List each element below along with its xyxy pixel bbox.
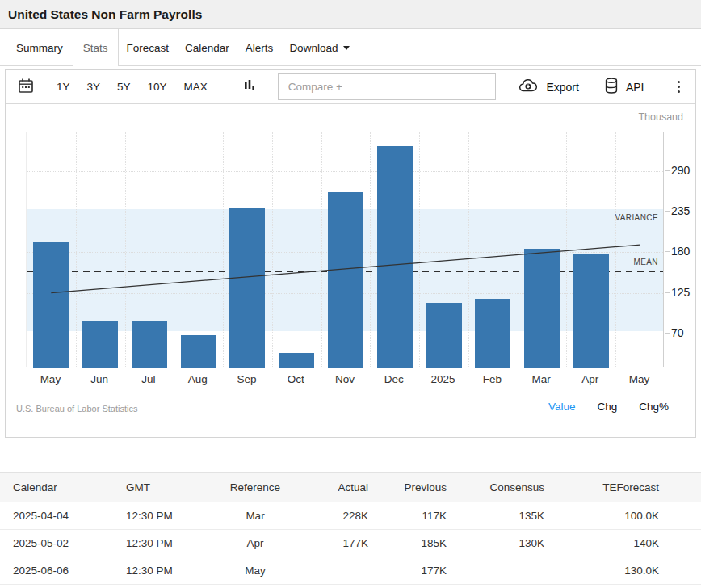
api-button[interactable]: API xyxy=(603,77,644,97)
variance-label: VARIANCE xyxy=(615,213,658,222)
cell-actual: 228K xyxy=(288,502,368,530)
tab-stats[interactable]: Stats xyxy=(73,29,119,66)
cell-gmt: 12:30 PM xyxy=(126,557,223,585)
y-axis-label: 235 xyxy=(671,204,690,217)
table-row: 2025-05-0212:30 PMApr177K185K130K140K xyxy=(0,530,701,557)
chart-panel: 1Y3Y5Y10YMAX Export xyxy=(5,69,696,438)
api-label: API xyxy=(626,81,644,94)
cell-calendar: 2025-04-04 xyxy=(0,502,126,530)
range-1y[interactable]: 1Y xyxy=(57,81,70,93)
axis-unit-label: Thousand xyxy=(638,111,683,123)
chart-area: Thousand VARIANCEMEAN U.S. Bureau of Lab… xyxy=(6,104,695,437)
cell-calendar: 2025-05-02 xyxy=(0,530,126,557)
tab-download[interactable]: Download xyxy=(281,29,358,66)
cell-gmt: 12:30 PM xyxy=(126,502,223,530)
tab-bar: SummaryStatsForecastCalendarAlertsDownlo… xyxy=(0,29,701,66)
x-axis-label: Dec xyxy=(369,373,418,385)
cell-teforecast: 100.0K xyxy=(544,502,701,530)
cloud-download-icon xyxy=(518,78,539,96)
range-buttons: 1Y3Y5Y10YMAX xyxy=(57,81,208,93)
column-header-teforecast: TEForecast xyxy=(544,472,701,502)
x-axis-label: May xyxy=(615,373,664,385)
page-title: United States Non Farm Payrolls xyxy=(8,7,202,22)
source-attribution: U.S. Bureau of Labor Statistics xyxy=(16,404,137,414)
table-row: 2025-06-0612:30 PMMay177K130.0K xyxy=(0,557,701,585)
kebab-dot xyxy=(678,90,681,94)
display-mode-switcher: ValueChgChg% xyxy=(548,401,669,413)
tab-label: Stats xyxy=(83,42,108,54)
compare-input[interactable] xyxy=(278,74,496,100)
y-axis-tick xyxy=(665,211,670,212)
kebab-dot xyxy=(678,81,681,84)
plot-area: VARIANCEMEAN xyxy=(26,132,664,368)
chart-type-button[interactable] xyxy=(243,78,256,95)
x-axis-label: Aug xyxy=(173,373,222,385)
y-axis-tick xyxy=(665,170,670,171)
column-header-actual: Actual xyxy=(288,472,368,502)
tab-label: Alerts xyxy=(246,42,274,54)
export-label: Export xyxy=(546,81,578,94)
column-header-gmt: GMT xyxy=(126,472,223,502)
y-axis-tick xyxy=(665,292,670,293)
trend-line xyxy=(27,132,665,368)
y-axis-tick xyxy=(665,333,670,334)
column-header-calendar: Calendar xyxy=(0,472,126,502)
histogram-icon xyxy=(243,78,256,95)
cell-consensus: 130K xyxy=(447,530,544,557)
tab-label: Download xyxy=(289,42,338,54)
database-icon xyxy=(603,77,619,97)
tab-summary[interactable]: Summary xyxy=(6,29,73,66)
tab-label: Calendar xyxy=(185,42,229,54)
x-axis-label: Feb xyxy=(468,373,517,385)
tab-calendar[interactable]: Calendar xyxy=(177,29,237,66)
table-body: 2025-04-0412:30 PMMar228K117K135K100.0K2… xyxy=(0,502,701,585)
cell-reference: Mar xyxy=(223,502,288,530)
export-button[interactable]: Export xyxy=(518,78,578,96)
y-axis-label: 70 xyxy=(671,326,684,339)
y-axis-label: 290 xyxy=(671,164,690,177)
cell-calendar: 2025-06-06 xyxy=(0,557,126,585)
x-axis-label: Sep xyxy=(222,373,271,385)
x-axis-label: Jun xyxy=(75,373,124,385)
range-5y[interactable]: 5Y xyxy=(117,81,131,93)
tab-label: Summary xyxy=(16,42,63,54)
calendar-table: CalendarGMTReferenceActualPreviousConsen… xyxy=(0,472,701,585)
toolbar-right-group: Export API xyxy=(518,77,695,97)
cell-consensus xyxy=(447,557,544,585)
cell-reference: Apr xyxy=(223,530,288,557)
cell-teforecast: 130.0K xyxy=(544,557,701,585)
range-3y[interactable]: 3Y xyxy=(87,81,101,93)
date-range-calendar-button[interactable] xyxy=(17,77,35,97)
table-header-row: CalendarGMTReferenceActualPreviousConsen… xyxy=(0,472,701,502)
y-axis-label: 125 xyxy=(671,286,690,299)
cell-gmt: 12:30 PM xyxy=(126,530,223,557)
tab-alerts[interactable]: Alerts xyxy=(237,29,282,66)
caret-down-icon xyxy=(343,46,350,53)
cell-teforecast: 140K xyxy=(544,530,701,557)
tab-label: Forecast xyxy=(127,42,170,54)
cell-actual xyxy=(288,557,368,585)
range-10y[interactable]: 10Y xyxy=(148,81,167,93)
more-options-button[interactable] xyxy=(675,78,683,96)
cell-previous: 185K xyxy=(368,530,447,557)
calendar-icon xyxy=(17,77,35,97)
x-axis-label: May xyxy=(26,373,75,385)
y-axis-label: 180 xyxy=(671,245,690,258)
y-axis-tick xyxy=(665,251,670,252)
column-header-previous: Previous xyxy=(368,472,447,502)
chart-toolbar: 1Y3Y5Y10YMAX Export xyxy=(6,70,695,104)
range-max[interactable]: MAX xyxy=(184,81,208,93)
x-axis-label: Jul xyxy=(124,373,174,385)
x-axis-label: Nov xyxy=(321,373,370,385)
mode-chg[interactable]: Chg xyxy=(597,401,617,413)
kebab-dot xyxy=(678,86,681,89)
x-axis-label: Mar xyxy=(517,373,566,385)
cell-consensus: 135K xyxy=(447,502,544,530)
x-axis-label: Apr xyxy=(565,373,615,385)
table-row: 2025-04-0412:30 PMMar228K117K135K100.0K xyxy=(0,502,701,530)
cell-actual: 177K xyxy=(288,530,368,557)
mode-chgpct[interactable]: Chg% xyxy=(639,401,669,413)
tab-forecast[interactable]: Forecast xyxy=(119,29,178,66)
mode-value[interactable]: Value xyxy=(548,401,576,413)
x-axis-label: Oct xyxy=(271,373,321,385)
